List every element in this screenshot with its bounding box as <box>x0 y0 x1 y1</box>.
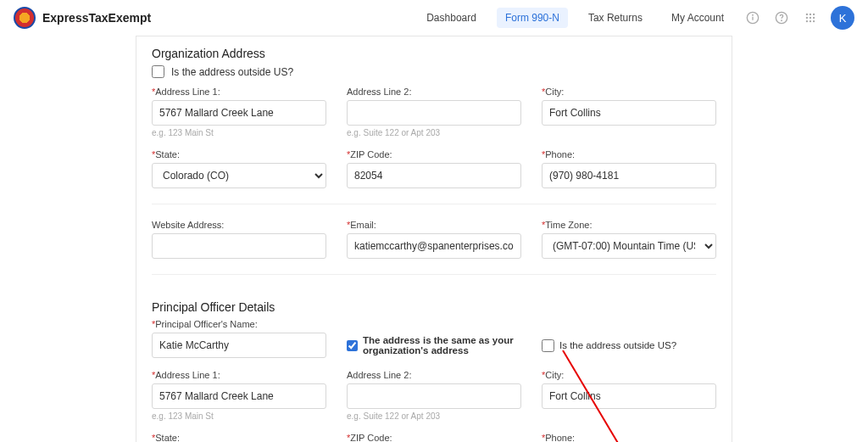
svg-point-12 <box>810 20 811 22</box>
po-city-input[interactable] <box>542 383 716 409</box>
org-tz-select[interactable]: (GMT-07:00) Mountain Time (US & Canada) <box>542 233 716 259</box>
svg-point-5 <box>806 14 808 15</box>
nav-my-account[interactable]: My Account <box>663 8 732 28</box>
svg-point-9 <box>810 17 811 19</box>
top-nav: Dashboard Form 990-N Tax Returns My Acco… <box>418 6 854 30</box>
po-same-address-label: The address is the same as your organiza… <box>363 335 521 355</box>
po-title: Principal Officer Details <box>152 290 716 319</box>
po-addr2-label: Address Line 2: <box>347 370 411 380</box>
org-zip-label: ZIP Code: <box>350 149 392 159</box>
nav-form-990n[interactable]: Form 990-N <box>497 8 568 28</box>
org-addr1-label: Address Line 1: <box>155 87 220 97</box>
org-addr2-input[interactable] <box>347 100 521 126</box>
org-addr2-label: Address Line 2: <box>347 87 411 97</box>
org-address-title: Organization Address <box>152 36 716 65</box>
org-website-label: Website Address: <box>152 220 224 230</box>
brand-logo-icon <box>14 7 36 29</box>
org-outside-us-checkbox[interactable] <box>152 65 164 78</box>
brand: ExpressTaxExempt <box>14 7 151 29</box>
separator-1 <box>152 204 716 204</box>
apps-icon[interactable] <box>802 9 819 26</box>
org-city-input[interactable] <box>542 100 716 126</box>
org-email-input[interactable] <box>347 233 521 259</box>
po-name-label: Principal Officer's Name: <box>155 319 258 329</box>
org-addr1-hint: e.g. 123 Main St <box>152 128 326 137</box>
po-outside-us-label: Is the address outside US? <box>559 340 676 350</box>
svg-point-2 <box>753 14 754 15</box>
brand-text: ExpressTaxExempt <box>42 11 151 25</box>
svg-point-10 <box>813 17 815 19</box>
info-icon[interactable] <box>744 9 761 26</box>
po-phone-label: Phone: <box>545 433 575 442</box>
org-addr2-hint: e.g. Suite 122 or Apt 203 <box>347 128 521 137</box>
nav-dashboard[interactable]: Dashboard <box>418 8 485 28</box>
svg-point-8 <box>806 17 808 19</box>
po-city-label: City: <box>545 370 564 380</box>
org-state-label: State: <box>155 149 180 159</box>
org-state-select[interactable]: Colorado (CO) <box>152 163 326 188</box>
po-addr1-label: Address Line 1: <box>155 370 220 380</box>
org-website-input[interactable] <box>152 233 326 259</box>
org-email-label: Email: <box>350 220 376 230</box>
org-zip-input[interactable] <box>347 163 521 188</box>
topbar: ExpressTaxExempt Dashboard Form 990-N Ta… <box>0 0 868 36</box>
help-icon[interactable] <box>773 9 790 26</box>
po-name-input[interactable] <box>152 333 326 358</box>
avatar[interactable]: K <box>831 6 854 30</box>
po-addr2-input[interactable] <box>347 383 521 409</box>
org-addr1-input[interactable] <box>152 100 326 126</box>
po-state-label: State: <box>155 433 180 442</box>
svg-point-13 <box>813 20 815 22</box>
nav-tax-returns[interactable]: Tax Returns <box>580 8 651 28</box>
form-card: Organization Address Is the address outs… <box>136 36 732 442</box>
po-zip-label: ZIP Code: <box>350 433 392 442</box>
separator-2 <box>152 274 716 275</box>
svg-point-7 <box>813 14 815 15</box>
svg-point-11 <box>806 20 808 22</box>
org-tz-label: Time Zone: <box>545 220 592 230</box>
org-phone-label: Phone: <box>545 149 575 159</box>
org-outside-us-label: Is the address outside US? <box>171 66 293 78</box>
org-city-label: City: <box>545 87 564 97</box>
org-phone-input[interactable] <box>542 163 716 188</box>
po-outside-us-checkbox[interactable] <box>542 339 554 352</box>
svg-point-4 <box>782 20 782 21</box>
po-addr1-hint: e.g. 123 Main St <box>152 411 326 421</box>
svg-point-6 <box>810 14 811 15</box>
po-addr2-hint: e.g. Suite 122 or Apt 203 <box>347 411 521 421</box>
po-same-address-checkbox[interactable] <box>347 339 358 352</box>
po-addr1-input[interactable] <box>152 383 326 409</box>
